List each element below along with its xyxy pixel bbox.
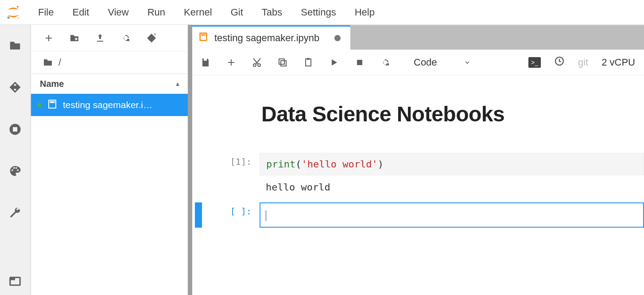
svg-text:+: + bbox=[154, 33, 156, 37]
activity-bar bbox=[0, 25, 31, 295]
menu-settings[interactable]: Settings bbox=[301, 7, 336, 18]
cell-type-select[interactable]: Code bbox=[414, 57, 471, 68]
file-row[interactable]: testing sagemaker.i… bbox=[31, 94, 190, 116]
code-input[interactable] bbox=[260, 202, 644, 228]
refresh-icon[interactable] bbox=[120, 32, 132, 44]
notebook-icon bbox=[198, 32, 208, 44]
stop-icon[interactable] bbox=[7, 122, 23, 137]
status-group: >_ git 2 vCPU bbox=[528, 56, 635, 69]
svg-rect-14 bbox=[281, 61, 286, 66]
git-label[interactable]: git bbox=[578, 57, 588, 68]
restart-icon[interactable] bbox=[379, 56, 392, 69]
svg-rect-17 bbox=[307, 58, 310, 60]
fb-col-name: Name bbox=[40, 79, 64, 89]
cell-type-label: Code bbox=[414, 57, 437, 68]
menu-file[interactable]: File bbox=[38, 7, 54, 18]
unsaved-dot-icon bbox=[334, 35, 341, 41]
copy-icon[interactable] bbox=[276, 56, 289, 69]
tab-icon[interactable] bbox=[7, 274, 23, 289]
text-cursor bbox=[266, 210, 266, 221]
interrupt-icon[interactable] bbox=[353, 56, 366, 69]
chevron-down-icon bbox=[464, 59, 471, 66]
new-folder-icon[interactable] bbox=[68, 32, 81, 44]
notebook-panel: testing sagemaker.ipynb Code >_ bbox=[190, 25, 644, 295]
wrench-icon[interactable] bbox=[7, 205, 23, 220]
cell-gutter bbox=[195, 153, 202, 199]
svg-point-0 bbox=[17, 6, 19, 8]
folder-icon[interactable] bbox=[7, 38, 23, 53]
cell-prompt: [ ]: bbox=[202, 202, 260, 217]
paste-icon[interactable] bbox=[302, 56, 314, 69]
menu-kernel[interactable]: Kernel bbox=[184, 7, 212, 18]
svg-rect-11 bbox=[201, 35, 205, 36]
jupyter-logo bbox=[4, 4, 22, 21]
git-clone-icon[interactable]: + bbox=[145, 32, 158, 44]
menu-items: File Edit View Run Kernel Git Tabs Setti… bbox=[38, 7, 375, 18]
app-root: File Edit View Run Kernel Git Tabs Setti… bbox=[0, 0, 644, 295]
cell-output: hello world bbox=[260, 175, 644, 199]
tab-bar: testing sagemaker.ipynb bbox=[190, 25, 644, 50]
file-browser: + / Name ▲ testing sagemaker.i… bbox=[31, 25, 190, 295]
cut-icon[interactable] bbox=[251, 56, 263, 69]
menu-run[interactable]: Run bbox=[147, 7, 165, 18]
fb-list: testing sagemaker.i… bbox=[31, 94, 190, 295]
menu-git[interactable]: Git bbox=[231, 7, 243, 18]
notebook-tab[interactable]: testing sagemaker.ipynb bbox=[190, 25, 350, 50]
notebook-body[interactable]: Data Science Notebooks [1]:print('hello … bbox=[190, 75, 644, 295]
palette-icon[interactable] bbox=[7, 163, 23, 179]
cell-body: print('hello world')hello world bbox=[260, 153, 644, 199]
clock-icon[interactable] bbox=[554, 56, 565, 69]
svg-point-1 bbox=[8, 16, 10, 19]
cell-prompt: [1]: bbox=[202, 153, 260, 167]
fb-toolbar: + bbox=[31, 25, 190, 51]
code-cell[interactable]: [ ]: bbox=[190, 202, 644, 228]
folder-icon bbox=[43, 57, 53, 68]
menu-help[interactable]: Help bbox=[355, 7, 375, 18]
svg-rect-10 bbox=[200, 33, 207, 41]
terminal-icon[interactable]: >_ bbox=[528, 57, 541, 68]
notebook-icon bbox=[47, 99, 58, 112]
svg-rect-16 bbox=[306, 59, 311, 66]
run-icon[interactable] bbox=[328, 56, 340, 69]
code-input[interactable]: print('hello world') bbox=[260, 153, 644, 175]
running-dot-icon bbox=[37, 103, 42, 107]
upload-icon[interactable] bbox=[94, 32, 106, 44]
menu-tabs[interactable]: Tabs bbox=[262, 7, 282, 18]
save-icon[interactable] bbox=[199, 56, 212, 69]
svg-rect-9 bbox=[50, 101, 54, 103]
menu-edit[interactable]: Edit bbox=[72, 7, 89, 18]
add-cell-icon[interactable] bbox=[225, 56, 237, 69]
main-area: + / Name ▲ testing sagemaker.i… bbox=[0, 25, 644, 295]
tab-title: testing sagemaker.ipynb bbox=[214, 32, 319, 44]
svg-rect-6 bbox=[10, 277, 15, 280]
svg-point-2 bbox=[18, 17, 19, 19]
cell-gutter bbox=[195, 202, 202, 228]
menu-view[interactable]: View bbox=[108, 7, 128, 18]
sort-asc-icon: ▲ bbox=[175, 80, 181, 87]
svg-rect-15 bbox=[279, 59, 284, 64]
cell-body bbox=[260, 202, 644, 228]
breadcrumb[interactable]: / bbox=[31, 51, 190, 74]
svg-rect-18 bbox=[357, 60, 362, 65]
notebook-toolbar: Code >_ git 2 vCPU bbox=[190, 50, 644, 75]
svg-rect-4 bbox=[13, 127, 17, 132]
new-launcher-icon[interactable] bbox=[43, 32, 55, 44]
code-cell[interactable]: [1]:print('hello world')hello world bbox=[190, 153, 644, 199]
file-name: testing sagemaker.i… bbox=[63, 100, 183, 110]
breadcrumb-sep: / bbox=[58, 57, 61, 68]
fb-header[interactable]: Name ▲ bbox=[31, 74, 190, 94]
vcpu-label: 2 vCPU bbox=[601, 57, 635, 68]
menubar: File Edit View Run Kernel Git Tabs Setti… bbox=[0, 0, 644, 25]
markdown-heading: Data Science Notebooks bbox=[261, 102, 644, 126]
resize-handle[interactable] bbox=[188, 25, 192, 295]
git-icon[interactable] bbox=[7, 80, 23, 95]
